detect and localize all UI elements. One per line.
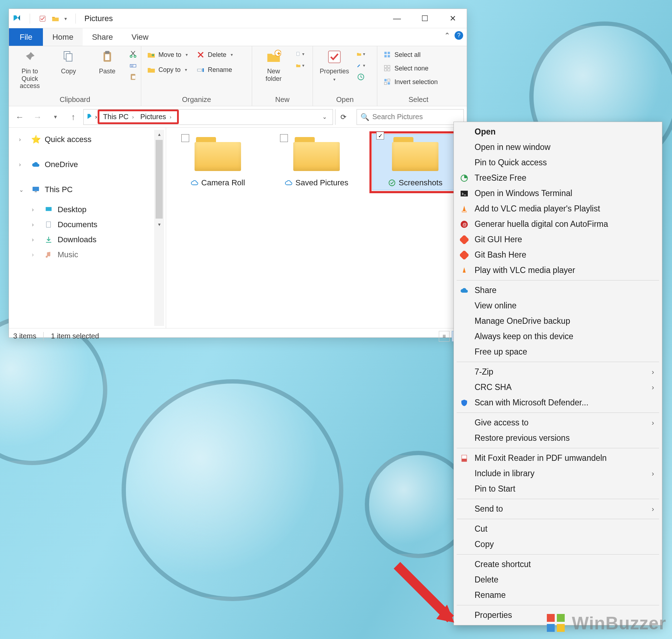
collapse-ribbon-icon[interactable]: ⌃ bbox=[444, 31, 450, 40]
sidebar-item-quick-access[interactable]: ›⭐Quick access bbox=[13, 132, 163, 147]
chevron-right-icon[interactable]: › bbox=[19, 136, 27, 143]
chevron-right-icon[interactable]: › bbox=[19, 161, 27, 168]
tab-file[interactable]: File bbox=[9, 28, 43, 46]
cm-7zip[interactable]: 7-Zip› bbox=[454, 364, 662, 380]
address-dropdown-icon[interactable]: ⌄ bbox=[319, 113, 330, 120]
scroll-up-icon[interactable]: ▴ bbox=[158, 130, 161, 138]
cm-send-to[interactable]: Send to› bbox=[454, 501, 662, 517]
sidebar-item-documents[interactable]: ›Documents bbox=[13, 217, 163, 232]
cm-share[interactable]: Share bbox=[454, 283, 662, 298]
chevron-right-icon[interactable]: › bbox=[167, 114, 173, 120]
delete-button[interactable]: Delete bbox=[194, 50, 235, 60]
cm-manage-onedrive[interactable]: Manage OneDrive backup bbox=[454, 313, 662, 329]
move-to-button[interactable]: Move to bbox=[145, 50, 190, 60]
pin-quick-access-button[interactable]: Pin to Quick access bbox=[13, 48, 47, 90]
address-bar[interactable]: › This PC› Pictures› ⌄ bbox=[83, 109, 333, 125]
folder-saved-pictures[interactable]: Saved Pictures bbox=[274, 134, 359, 187]
cm-always-keep[interactable]: Always keep on this device bbox=[454, 329, 662, 344]
recent-locations-button[interactable]: ▾ bbox=[48, 109, 63, 125]
copy-to-button[interactable]: Copy to bbox=[145, 65, 190, 75]
qat-properties-icon[interactable] bbox=[39, 15, 46, 23]
cm-autofirma[interactable]: @Generar huella digital con AutoFirma bbox=[454, 216, 662, 232]
scroll-thumb[interactable] bbox=[156, 140, 163, 219]
sidebar-item-onedrive[interactable]: ›OneDrive bbox=[13, 157, 163, 172]
checkbox[interactable] bbox=[181, 134, 189, 142]
easy-access-icon[interactable] bbox=[296, 61, 304, 70]
breadcrumb-this-pc[interactable]: This PC› bbox=[101, 112, 138, 122]
new-item-icon[interactable] bbox=[296, 50, 304, 58]
tab-home[interactable]: Home bbox=[43, 28, 83, 46]
cm-foxit[interactable]: Mit Foxit Reader in PDF umwandeln bbox=[454, 450, 662, 466]
sidebar-item-this-pc[interactable]: ⌄This PC bbox=[13, 182, 163, 197]
qat-dropdown-icon[interactable]: ▾ bbox=[64, 16, 67, 21]
cm-copy[interactable]: Copy bbox=[454, 537, 662, 552]
minimize-button[interactable]: — bbox=[383, 9, 411, 28]
up-button[interactable]: ↑ bbox=[65, 109, 81, 125]
cm-vlc-playlist[interactable]: Add to VLC media player's Playlist bbox=[454, 201, 662, 216]
new-folder-button[interactable]: ✦ New folder bbox=[256, 48, 291, 82]
edit-icon[interactable] bbox=[357, 61, 365, 70]
scroll-down-icon[interactable]: ▾ bbox=[158, 220, 161, 229]
close-button[interactable]: ✕ bbox=[439, 9, 467, 28]
folder-camera-roll[interactable]: Camera Roll bbox=[175, 134, 261, 187]
paste-shortcut-icon[interactable] bbox=[129, 73, 137, 81]
cm-free-up[interactable]: Free up space bbox=[454, 344, 662, 360]
refresh-button[interactable]: ⟳ bbox=[335, 109, 352, 125]
search-box[interactable]: 🔍 bbox=[357, 109, 464, 125]
open-with-icon[interactable] bbox=[357, 50, 365, 58]
chevron-right-icon[interactable]: › bbox=[32, 206, 40, 213]
cm-create-shortcut[interactable]: Create shortcut bbox=[454, 557, 662, 572]
properties-button[interactable]: Properties ▾ bbox=[317, 48, 352, 82]
paste-button[interactable]: Paste bbox=[90, 48, 124, 75]
select-none-button[interactable]: Select none bbox=[381, 63, 440, 73]
forward-button[interactable]: → bbox=[30, 109, 45, 125]
checkbox-checked[interactable]: ✓ bbox=[376, 132, 384, 140]
chevron-right-icon[interactable]: › bbox=[32, 236, 40, 243]
copy-button[interactable]: Copy bbox=[51, 48, 85, 75]
cm-treesize[interactable]: TreeSize Free bbox=[454, 170, 662, 186]
cm-restore-prev[interactable]: Restore previous versions bbox=[454, 430, 662, 446]
cm-vlc-play[interactable]: Play with VLC media player bbox=[454, 263, 662, 278]
qat-folder-icon[interactable] bbox=[51, 15, 59, 23]
cm-pin-quick-access[interactable]: Pin to Quick access bbox=[454, 155, 662, 170]
cm-give-access[interactable]: Give access to› bbox=[454, 415, 662, 430]
cm-defender[interactable]: Scan with Microsoft Defender... bbox=[454, 395, 662, 410]
tab-view[interactable]: View bbox=[122, 28, 158, 46]
chevron-right-icon[interactable]: › bbox=[32, 221, 40, 228]
sidebar-item-downloads[interactable]: ›Downloads bbox=[13, 232, 163, 247]
cm-windows-terminal[interactable]: Open in Windows Terminal bbox=[454, 186, 662, 201]
chevron-right-icon[interactable]: › bbox=[95, 114, 97, 120]
select-all-button[interactable]: Select all bbox=[381, 50, 440, 60]
cm-pin-start[interactable]: Pin to Start bbox=[454, 481, 662, 497]
sidebar-item-desktop[interactable]: ›Desktop bbox=[13, 202, 163, 217]
cm-open-new-window[interactable]: Open in new window bbox=[454, 140, 662, 155]
sidebar-item-music[interactable]: ›Music bbox=[13, 247, 163, 262]
cut-icon[interactable] bbox=[129, 50, 137, 58]
chevron-right-icon[interactable]: › bbox=[130, 114, 136, 120]
breadcrumb-pictures[interactable]: Pictures› bbox=[138, 112, 176, 122]
help-icon[interactable]: ? bbox=[455, 31, 463, 40]
cm-rename[interactable]: Rename bbox=[454, 587, 662, 603]
details-view-button[interactable]: ≡ bbox=[439, 331, 450, 342]
cm-include-library[interactable]: Include in library› bbox=[454, 466, 662, 481]
chevron-down-icon[interactable]: ⌄ bbox=[19, 186, 27, 193]
back-button[interactable]: ← bbox=[12, 109, 28, 125]
history-icon[interactable] bbox=[357, 73, 365, 81]
tab-share[interactable]: Share bbox=[83, 28, 122, 46]
invert-selection-button[interactable]: Invert selection bbox=[381, 77, 440, 87]
cm-git-gui[interactable]: Git GUI Here bbox=[454, 232, 662, 247]
copy-path-icon[interactable]: W bbox=[129, 61, 137, 70]
cm-view-online[interactable]: View online bbox=[454, 298, 662, 313]
folder-screenshots[interactable]: ✓ Screenshots bbox=[372, 134, 458, 190]
cm-crc-sha[interactable]: CRC SHA› bbox=[454, 380, 662, 395]
rename-button[interactable]: Rename bbox=[194, 65, 235, 75]
search-input[interactable] bbox=[372, 113, 460, 121]
maximize-button[interactable]: ☐ bbox=[411, 9, 439, 28]
cm-cut[interactable]: Cut bbox=[454, 521, 662, 537]
cm-git-bash[interactable]: Git Bash Here bbox=[454, 247, 662, 263]
sidebar-scrollbar[interactable]: ▴ ▾ bbox=[154, 130, 164, 326]
cm-open[interactable]: Open bbox=[454, 124, 662, 140]
chevron-right-icon[interactable]: › bbox=[32, 252, 40, 258]
checkbox[interactable] bbox=[280, 134, 288, 142]
cm-delete[interactable]: Delete bbox=[454, 572, 662, 587]
